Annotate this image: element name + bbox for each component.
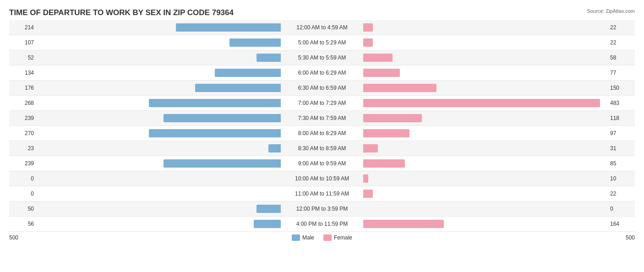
female-bar [363, 69, 400, 77]
chart-row: 270 8:00 AM to 8:29 AM 97 [9, 126, 635, 141]
time-label: 11:00 AM to 11:59 AM [281, 190, 363, 197]
male-bar-container [37, 219, 281, 228]
time-label: 7:30 AM to 7:59 AM [281, 115, 363, 121]
male-bar [149, 129, 281, 137]
female-value: 150 [607, 85, 635, 91]
male-bar [257, 205, 281, 213]
chart-row: 0 10:00 AM to 10:59 AM 10 [9, 171, 635, 186]
female-bar-container [363, 68, 607, 77]
female-bar-container [363, 23, 607, 32]
female-bar [363, 144, 378, 152]
female-value: 85 [607, 160, 635, 167]
male-value: 0 [9, 175, 37, 182]
female-value: 97 [607, 130, 635, 136]
time-label: 6:00 AM to 6:29 AM [281, 70, 363, 76]
male-value: 134 [9, 70, 37, 76]
male-value: 270 [9, 130, 37, 136]
time-label: 4:00 PM to 11:59 PM [281, 221, 363, 227]
male-value: 176 [9, 85, 37, 91]
male-bar-container [37, 174, 281, 183]
legend-male-box [292, 234, 300, 241]
time-label: 5:00 AM to 5:29 AM [281, 39, 363, 46]
chart-row: 239 7:30 AM to 7:59 AM 118 [9, 111, 635, 126]
time-label: 5:30 AM to 5:59 AM [281, 54, 363, 61]
chart-row: 0 11:00 AM to 11:59 AM 22 [9, 186, 635, 201]
female-value: 164 [607, 221, 635, 227]
female-value: 118 [607, 115, 635, 121]
female-bar [363, 159, 405, 168]
male-bar-container [37, 129, 281, 138]
female-value: 22 [607, 190, 635, 197]
male-bar [164, 114, 281, 122]
legend: Male Female [292, 234, 352, 241]
female-bar-container [363, 98, 607, 108]
chart-row: 50 12:00 PM to 3:59 PM 0 [9, 201, 635, 217]
time-label: 8:30 AM to 8:59 AM [281, 145, 363, 152]
chart-area: 214 12:00 AM to 4:59 AM 22 107 5:00 AM t… [9, 20, 635, 232]
chart-container: TIME OF DEPARTURE TO WORK BY SEX IN ZIP … [0, 0, 644, 272]
source-text: Source: ZipAtlas.com [587, 8, 635, 14]
chart-row: 23 8:30 AM to 8:59 AM 31 [9, 141, 635, 156]
chart-footer: 500 Male Female 500 [9, 234, 635, 241]
chart-row: 56 4:00 PM to 11:59 PM 164 [9, 217, 635, 232]
female-bar [363, 84, 437, 92]
male-value: 23 [9, 145, 37, 152]
time-label: 8:00 AM to 8:29 AM [281, 130, 363, 136]
chart-row: 176 6:30 AM to 6:59 AM 150 [9, 81, 635, 96]
male-bar [176, 23, 281, 32]
male-value: 56 [9, 221, 37, 227]
chart-row: 268 7:00 AM to 7:29 AM 483 [9, 96, 635, 111]
male-value: 268 [9, 100, 37, 106]
female-value: 77 [607, 70, 635, 76]
female-bar-container [363, 114, 607, 123]
male-bar-container [37, 38, 281, 47]
female-value: 22 [607, 39, 635, 46]
time-label: 12:00 PM to 3:59 PM [281, 206, 363, 212]
male-bar-container [37, 98, 281, 108]
female-bar [363, 174, 368, 183]
chart-row: 52 5:30 AM to 5:59 AM 58 [9, 50, 635, 65]
male-bar [257, 54, 281, 62]
female-bar [363, 99, 600, 107]
male-value: 239 [9, 115, 37, 121]
male-bar [254, 220, 281, 228]
female-value: 483 [607, 100, 635, 106]
male-bar-container [37, 114, 281, 123]
female-bar [363, 54, 393, 62]
male-bar-container [37, 68, 281, 77]
chart-row: 107 5:00 AM to 5:29 AM 22 [9, 35, 635, 50]
female-bar-container [363, 159, 607, 168]
time-label: 6:30 AM to 6:59 AM [281, 85, 363, 91]
female-bar-container [363, 38, 607, 47]
chart-row: 134 6:00 AM to 6:29 AM 77 [9, 65, 635, 81]
male-bar-container [37, 23, 281, 32]
male-value: 107 [9, 39, 37, 46]
scale-right: 500 [607, 234, 635, 241]
female-bar [363, 23, 373, 32]
male-bar [164, 159, 281, 168]
time-label: 7:00 AM to 7:29 AM [281, 100, 363, 106]
legend-female-box [323, 234, 332, 241]
legend-female-label: Female [334, 234, 352, 241]
male-bar-container [37, 189, 281, 198]
female-bar-container [363, 83, 607, 92]
time-label: 10:00 AM to 10:59 AM [281, 175, 363, 182]
female-bar [363, 129, 409, 137]
male-bar-container [37, 144, 281, 153]
female-bar-container [363, 129, 607, 138]
female-value: 58 [607, 54, 635, 61]
legend-male-label: Male [302, 234, 314, 241]
female-bar-container [363, 219, 607, 228]
time-label: 12:00 AM to 4:59 AM [281, 24, 363, 31]
male-bar-container [37, 53, 281, 62]
female-bar-container [363, 53, 607, 62]
female-bar [363, 190, 373, 198]
scale-left: 500 [9, 234, 37, 241]
male-bar [149, 99, 281, 107]
legend-female: Female [323, 234, 352, 241]
male-value: 0 [9, 190, 37, 197]
male-bar-container [37, 83, 281, 92]
male-bar-container [37, 159, 281, 168]
female-value: 31 [607, 145, 635, 152]
female-bar-container [363, 144, 607, 153]
